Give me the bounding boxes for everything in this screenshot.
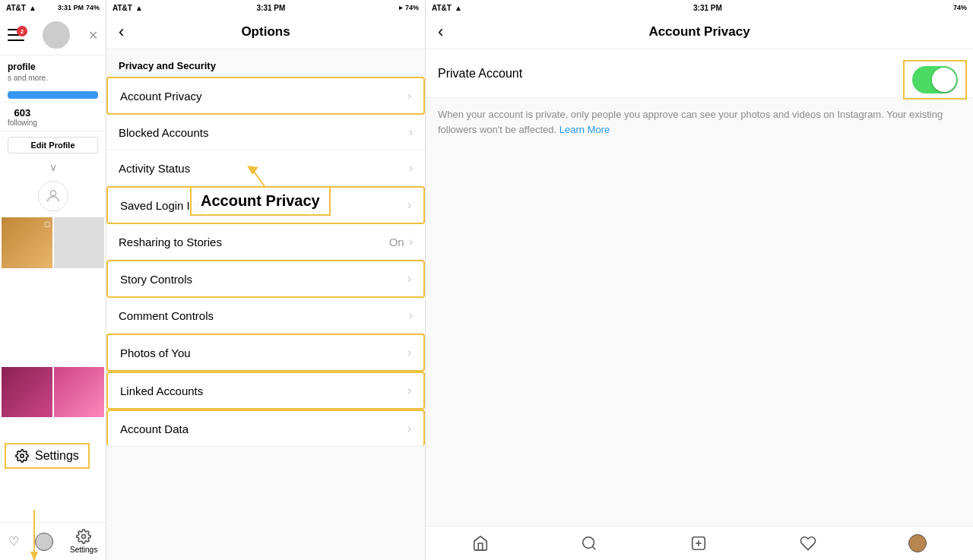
spacer [426, 146, 973, 526]
option-activity-status[interactable]: Activity Status › [106, 150, 425, 186]
settings-nav-label: Settings [70, 546, 97, 554]
option-right-account-data: › [407, 422, 411, 435]
chevron-right-icon-1: › [409, 125, 413, 139]
resharing-value: On [389, 236, 404, 248]
svg-line-8 [593, 546, 596, 549]
hamburger-menu[interactable]: 2 [8, 29, 24, 41]
option-story-controls[interactable]: Story Controls › [106, 260, 425, 298]
profile-sub: s and more. [8, 74, 98, 82]
option-right-story: › [407, 272, 411, 286]
options-title: Options [241, 24, 290, 40]
option-label-blocked: Blocked Accounts [119, 126, 208, 139]
battery-icon-middle: ▸ [399, 4, 403, 11]
account-privacy-header: ‹ Account Privacy [426, 15, 973, 49]
profile-avatar-right [908, 534, 927, 552]
chevron-right-icon-9: › [407, 422, 411, 435]
search-icon [581, 535, 597, 552]
home-icon [472, 535, 489, 552]
option-account-data[interactable]: Account Data › [106, 410, 425, 446]
nav-profile-pic[interactable] [35, 533, 53, 551]
svg-point-7 [583, 537, 594, 549]
options-header: ‹ Options [106, 15, 425, 49]
option-photos-of-you[interactable]: Photos of You › [106, 334, 425, 372]
stat-following: 603 following [8, 107, 37, 127]
settings-bottom-icon [76, 529, 91, 544]
edit-profile-button[interactable]: Edit Profile [8, 137, 98, 153]
option-right-linked: › [407, 384, 411, 397]
status-bar-right: AT&T ▲ 3:31 PM 74% [426, 0, 973, 15]
nav-profile-right[interactable] [908, 534, 927, 552]
option-right-blocked: › [409, 125, 413, 139]
time-left: 3:31 PM [58, 4, 84, 11]
profile-section: profile s and more. [0, 55, 106, 88]
carrier-left: AT&T [6, 4, 26, 12]
svg-point-4 [82, 535, 86, 539]
battery-right: 74% [953, 4, 967, 11]
avatar [43, 21, 70, 49]
nav-settings-bottom[interactable]: Settings [70, 529, 97, 554]
photo-cell-1: ◻ [2, 217, 52, 268]
option-linked-accounts[interactable]: Linked Accounts › [106, 372, 425, 410]
chevron-right-icon-2: › [409, 161, 413, 175]
chevron-right-icon-4: › [409, 235, 413, 248]
chevron-right-icon-3: › [407, 198, 411, 212]
stats-row: 603 following [0, 102, 106, 132]
nav-add-right[interactable] [690, 535, 707, 552]
toggle-annotation-switch [912, 66, 958, 93]
chevron-right-icon-8: › [407, 384, 411, 397]
account-privacy-annotation: Account Privacy [190, 186, 331, 216]
learn-more-link[interactable]: Learn More [559, 124, 610, 135]
option-label-photos: Photos of You [120, 346, 191, 359]
section-privacy-security: Privacy and Security [106, 49, 425, 76]
option-label-resharing: Resharing to Stories [119, 236, 222, 248]
toggle-annotation [903, 60, 967, 100]
back-button-middle[interactable]: ‹ [119, 22, 124, 42]
panel-profile: AT&T ▲ 3:31 PM 74% 2 ✕ profile s and mor… [0, 0, 106, 560]
settings-annotation: Settings [5, 443, 90, 469]
panel-account-privacy: AT&T ▲ 3:31 PM 74% ‹ Account Privacy Pri… [426, 0, 973, 560]
profile-label: profile [8, 62, 98, 72]
privacy-section: Private Account [426, 49, 973, 98]
carrier-right: AT&T [432, 4, 452, 12]
gear-icon [15, 449, 29, 463]
option-right-activity: › [409, 161, 413, 175]
option-label-story: Story Controls [120, 273, 192, 286]
toggle-annotation-thumb [932, 68, 956, 92]
save-icon: ◻ [44, 220, 50, 228]
profile-icon-large [38, 181, 68, 211]
chevron-down-icon[interactable]: ∨ [0, 158, 106, 176]
profile-pic-icon [35, 533, 53, 551]
nav-heart[interactable]: ♡ [8, 534, 19, 549]
photo-cell-2 [54, 217, 105, 268]
carrier-middle: AT&T [113, 4, 132, 12]
add-icon [690, 535, 707, 552]
photo-grid: ◻ [0, 216, 106, 516]
back-button-right[interactable]: ‹ [438, 22, 443, 42]
privacy-desc-text: When your account is private, only peopl… [438, 109, 943, 135]
private-account-label: Private Account [438, 67, 522, 81]
heart-icon-right [800, 535, 816, 552]
nav-activity-right[interactable] [800, 535, 816, 552]
nav-search-right[interactable] [581, 535, 597, 552]
nav-home-right[interactable] [472, 535, 489, 552]
panel-middle-inner: AT&T ▲ 3:31 PM ▸ 74% ‹ Options Privacy a… [106, 0, 426, 560]
option-right-comment: › [409, 308, 413, 322]
photo-cell-3 [2, 367, 52, 418]
option-account-privacy[interactable]: Account Privacy › [106, 77, 425, 115]
close-icon[interactable]: ✕ [88, 28, 98, 43]
option-right-photos: › [407, 346, 411, 359]
chevron-right-icon-0: › [407, 89, 411, 103]
option-right-account-privacy: › [407, 89, 411, 103]
heart-icon: ♡ [8, 534, 19, 549]
status-bar-middle: AT&T ▲ 3:31 PM ▸ 74% [106, 0, 425, 15]
account-privacy-title: Account Privacy [648, 24, 750, 40]
panel-right-inner: AT&T ▲ 3:31 PM 74% ‹ Account Privacy Pri… [426, 0, 973, 560]
privacy-description: When your account is private, only peopl… [426, 98, 973, 146]
option-comment-controls[interactable]: Comment Controls › [106, 298, 425, 334]
option-resharing[interactable]: Resharing to Stories On › [106, 224, 425, 260]
chevron-right-icon-5: › [407, 272, 411, 286]
option-label-activity: Activity Status [119, 162, 190, 175]
chevron-right-icon-6: › [409, 308, 413, 322]
option-blocked-accounts[interactable]: Blocked Accounts › [106, 115, 425, 150]
status-bar-left: AT&T ▲ 3:31 PM 74% [0, 0, 106, 15]
